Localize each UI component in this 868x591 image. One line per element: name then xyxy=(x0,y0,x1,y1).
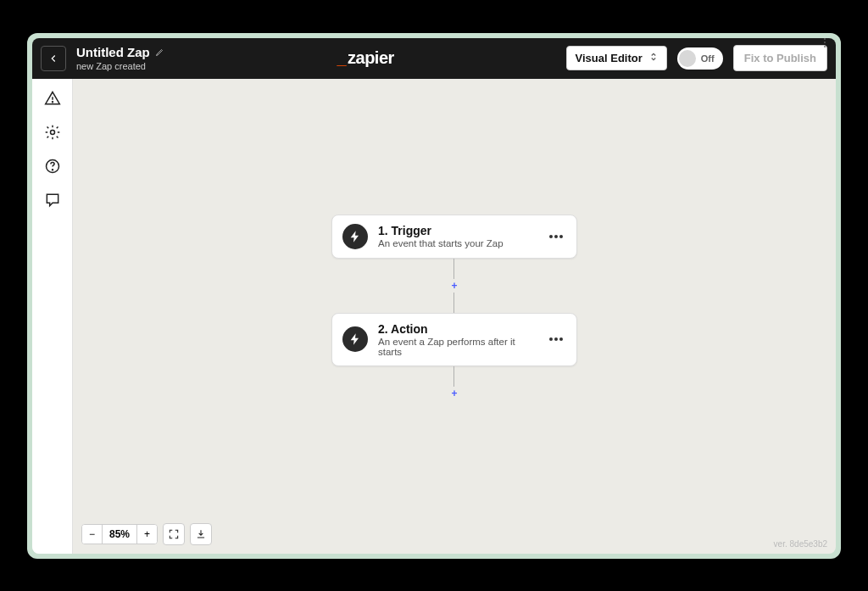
zoom-level: 85% xyxy=(102,525,136,544)
fit-screen-button[interactable] xyxy=(163,523,185,545)
window-menu-dots: ⋮ xyxy=(820,36,829,48)
warnings-icon[interactable] xyxy=(43,89,62,108)
zap-title[interactable]: Untitled Zap xyxy=(76,45,150,60)
step-title: 1. Trigger xyxy=(378,224,536,237)
connector-end: + xyxy=(451,366,457,400)
help-icon[interactable] xyxy=(43,157,62,176)
editor-mode-label: Visual Editor xyxy=(576,52,643,64)
workflow-canvas[interactable]: 1. Trigger An event that starts your Zap… xyxy=(73,79,836,554)
add-step-button[interactable]: + xyxy=(451,388,457,399)
toggle-label: Off xyxy=(701,53,715,64)
zap-enable-toggle[interactable]: Off xyxy=(677,47,723,70)
comments-icon[interactable] xyxy=(43,191,62,209)
action-step-card[interactable]: 2. Action An event a Zap performs after … xyxy=(331,313,577,366)
bolt-icon xyxy=(342,326,368,352)
zap-title-block: Untitled Zap new Zap created xyxy=(76,44,165,71)
toggle-knob xyxy=(679,50,696,67)
version-label: ver. 8de5e3b2 xyxy=(774,539,827,549)
svg-point-0 xyxy=(52,101,53,102)
edit-title-icon[interactable] xyxy=(155,44,165,60)
step-menu-button[interactable] xyxy=(546,334,566,344)
step-title: 2. Action xyxy=(378,322,536,336)
app-header: Untitled Zap new Zap created _zapier Vis… xyxy=(32,38,836,79)
zapier-logo: _zapier xyxy=(337,48,393,68)
publish-button[interactable]: Fix to Publish xyxy=(733,45,827,71)
editor-body: 1. Trigger An event that starts your Zap… xyxy=(32,79,836,554)
step-desc: An event that starts your Zap xyxy=(378,238,536,248)
svg-point-3 xyxy=(52,169,53,170)
zoom-toolbar: − 85% + xyxy=(81,523,212,545)
step-desc: An event a Zap performs after it starts xyxy=(378,337,536,357)
settings-icon[interactable] xyxy=(43,123,62,142)
bolt-icon xyxy=(342,224,368,249)
arrow-left-icon xyxy=(47,53,59,64)
editor-mode-select[interactable]: Visual Editor xyxy=(566,46,667,70)
back-button[interactable] xyxy=(41,46,66,71)
download-button[interactable] xyxy=(190,523,212,545)
trigger-step-card[interactable]: 1. Trigger An event that starts your Zap xyxy=(331,215,577,259)
select-chevrons-icon xyxy=(649,52,658,64)
connector: + xyxy=(451,259,457,313)
svg-point-1 xyxy=(50,130,54,134)
add-step-button[interactable]: + xyxy=(451,281,457,291)
zap-subtitle: new Zap created xyxy=(76,61,165,72)
step-menu-button[interactable] xyxy=(546,231,566,242)
zoom-in-button[interactable]: + xyxy=(136,525,157,544)
zoom-out-button[interactable]: − xyxy=(82,525,102,544)
left-sidebar xyxy=(32,79,73,554)
